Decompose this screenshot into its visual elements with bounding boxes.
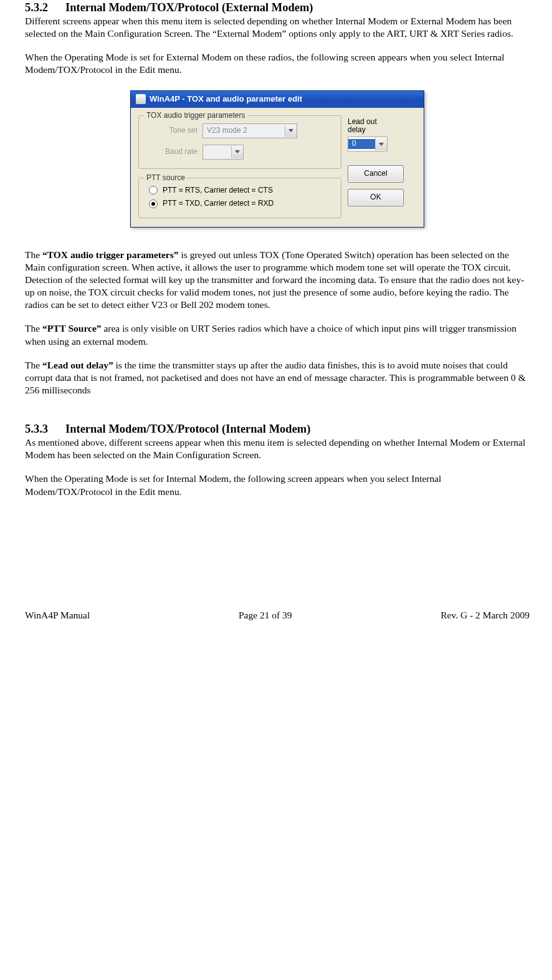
body-paragraph: The “PTT Source” area is only visible on… — [25, 322, 530, 347]
radio-icon — [149, 199, 158, 208]
heading-title: Internal Modem/TOX/Protocol (Internal Mo… — [65, 423, 310, 435]
chevron-down-icon — [375, 138, 387, 150]
page-footer: WinA4P Manual Page 21 of 39 Rev. G - 2 M… — [25, 609, 530, 622]
radio-label: PTT = RTS, Carrier detect = CTS — [163, 186, 273, 196]
dialog-titlebar: WinA4P - TOX and audio parameter edit — [131, 91, 424, 108]
heading-number: 5.3.3 — [25, 421, 48, 436]
groupbox-legend: PTT source — [144, 173, 188, 183]
radio-icon — [149, 186, 158, 195]
ok-button[interactable]: OK — [348, 189, 404, 206]
bold-term: “PTT Source” — [42, 323, 102, 334]
dialog-window: WinA4P - TOX and audio parameter edit TO… — [130, 90, 424, 228]
body-paragraph: The “Lead out delay” is the time the tra… — [25, 359, 530, 396]
dialog-title-text: WinA4P - TOX and audio parameter edit — [150, 94, 302, 105]
cancel-button[interactable]: Cancel — [348, 165, 404, 183]
leadout-delay-value: 0 — [348, 139, 375, 149]
groupbox-ptt-source: PTT source PTT = RTS, Carrier detect = C… — [138, 178, 341, 218]
ptt-option-rts[interactable]: PTT = RTS, Carrier detect = CTS — [149, 186, 333, 196]
dialog-screenshot: WinA4P - TOX and audio parameter edit TO… — [25, 90, 530, 228]
body-paragraph: As mentioned above, different screens ap… — [25, 436, 530, 461]
chevron-down-icon — [285, 125, 297, 137]
ptt-option-txd[interactable]: PTT = TXD, Carrier detect = RXD — [149, 199, 333, 209]
section-heading-533: 5.3.3Internal Modem/TOX/Protocol (Intern… — [25, 421, 530, 436]
tone-set-value: V23 mode 2 — [203, 126, 285, 136]
body-paragraph: Different screens appear when this menu … — [25, 15, 530, 40]
body-paragraph: When the Operating Mode is set for Inter… — [25, 473, 530, 497]
tone-set-label: Tone set — [146, 126, 202, 136]
tone-set-combo[interactable]: V23 mode 2 — [202, 123, 297, 138]
footer-center: Page 21 of 39 — [239, 609, 292, 622]
bold-term: “TOX audio trigger parameters” — [42, 249, 179, 260]
groupbox-tox-params: TOX audio trigger parameters Tone set V2… — [138, 115, 341, 169]
radio-label: PTT = TXD, Carrier detect = RXD — [163, 199, 274, 209]
groupbox-legend: TOX audio trigger parameters — [144, 111, 248, 121]
section-heading-532: 5.3.2Internal Modem/TOX/Protocol (Extern… — [25, 0, 530, 15]
leadout-delay-combo[interactable]: 0 — [348, 137, 388, 151]
heading-number: 5.3.2 — [25, 0, 48, 15]
baud-rate-combo[interactable] — [202, 145, 244, 160]
bold-term: “Lead out delay” — [42, 360, 113, 370]
heading-title: Internal Modem/TOX/Protocol (External Mo… — [65, 1, 313, 14]
leadout-delay-label: Lead outdelay — [348, 118, 416, 135]
footer-left: WinA4P Manual — [25, 609, 90, 622]
footer-right: Rev. G - 2 March 2009 — [440, 609, 530, 622]
app-icon — [136, 94, 146, 104]
chevron-down-icon — [231, 146, 243, 158]
body-paragraph: The “TOX audio trigger parameters” is gr… — [25, 249, 530, 312]
baud-rate-label: Baud rate — [146, 147, 202, 157]
body-paragraph: When the Operating Mode is set for Exter… — [25, 51, 530, 76]
